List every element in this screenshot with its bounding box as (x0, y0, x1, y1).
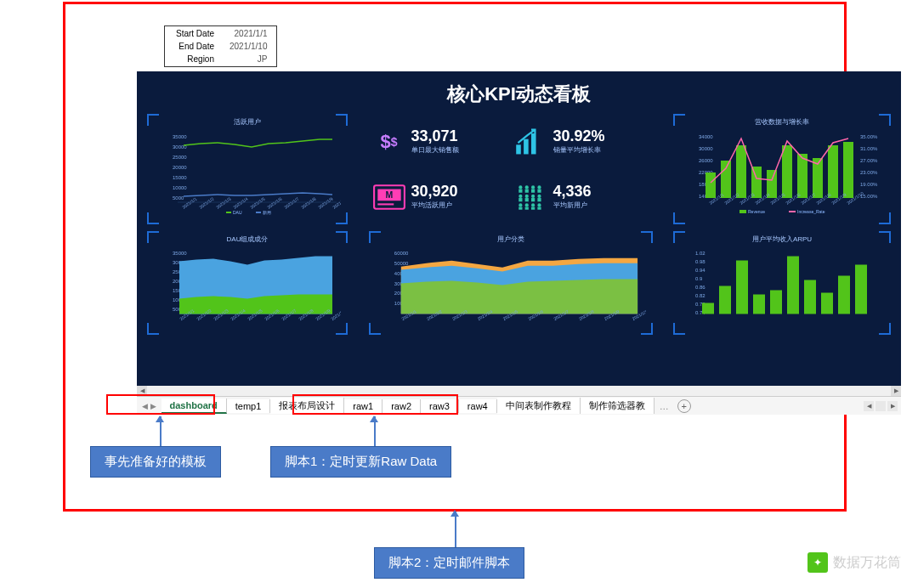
add-sheet-button[interactable]: + (677, 399, 691, 413)
svg-text:15000: 15000 (173, 175, 187, 180)
svg-point-40 (537, 203, 541, 206)
svg-text:2021/1/8: 2021/1/8 (300, 196, 317, 210)
tab-dashboard[interactable]: dashboard (162, 399, 227, 414)
watermark-text: 数据万花筒 (833, 554, 901, 572)
filter-value[interactable]: JP (223, 54, 275, 65)
svg-text:0.94: 0.94 (695, 268, 706, 273)
svg-rect-135 (787, 257, 799, 314)
svg-point-39 (531, 203, 535, 206)
kpi-growth-rate: 30.92%销量平均增长率 (511, 114, 653, 169)
panel-kpi: $$ 33,071单日最大销售额 30.92%销量平均增长率 M 30,920 (369, 114, 653, 224)
svg-text:31.00%: 31.00% (860, 146, 878, 151)
svg-rect-70 (782, 145, 792, 198)
svg-rect-42 (524, 189, 528, 192)
panel-title: 用户分类 (369, 231, 653, 244)
area-chart: 3500030000250002000015000100005000 2021/… (154, 245, 341, 328)
svg-rect-46 (524, 198, 528, 201)
filter-value[interactable]: 2021/1/1 (223, 28, 275, 39)
filter-label: Region (167, 54, 221, 65)
svg-rect-48 (537, 198, 541, 201)
svg-text:35000: 35000 (173, 134, 187, 139)
scroll-right-icon[interactable]: ▶ (891, 386, 901, 396)
scroll-right-icon[interactable]: ▶ (887, 401, 898, 411)
svg-text:2021/1/5: 2021/1/5 (249, 196, 266, 210)
svg-rect-45 (518, 198, 522, 201)
filter-label: End Date (167, 41, 221, 52)
svg-text:2021/1/6: 2021/1/6 (266, 196, 283, 210)
kpi-avg-dau: M 30,920平均活跃用户 (369, 169, 511, 224)
tab-tutorial2[interactable]: 制作筛选器教 (581, 398, 654, 414)
svg-point-30 (524, 185, 528, 189)
filter-table: Start Date2021/1/1 End Date2021/1/10 Reg… (164, 25, 277, 67)
svg-text:19.00%: 19.00% (860, 182, 878, 187)
svg-rect-85 (740, 210, 746, 213)
svg-rect-133 (753, 295, 765, 314)
panel-title: 营收数据与增长率 (673, 114, 891, 127)
scroll-left-icon[interactable]: ◀ (137, 386, 147, 396)
tab-raw3[interactable]: raw3 (421, 399, 459, 413)
svg-rect-73 (828, 145, 838, 198)
svg-text:0.82: 0.82 (695, 293, 706, 298)
svg-text:2021/1/2: 2021/1/2 (198, 196, 215, 210)
svg-rect-138 (838, 276, 850, 314)
svg-text:0.9: 0.9 (695, 276, 703, 281)
tab-raw4[interactable]: raw4 (459, 399, 497, 413)
svg-text:2021/1/4: 2021/1/4 (232, 196, 249, 210)
svg-point-34 (524, 194, 528, 197)
panel-active-users: 活跃用户 3500030000250002000015000100005000 … (147, 114, 348, 224)
svg-rect-67 (736, 145, 746, 198)
svg-point-32 (537, 185, 541, 189)
svg-text:2021/1/9: 2021/1/9 (317, 196, 334, 210)
tab-raw1[interactable]: raw1 (344, 399, 382, 413)
dollar-icon: $$ (372, 125, 406, 159)
svg-text:0.86: 0.86 (695, 285, 706, 290)
horizontal-scrollbar[interactable]: ◀ ▶ (137, 386, 901, 396)
arrow-up-icon (156, 416, 164, 422)
wechat-icon: ✦ (808, 552, 828, 573)
filter-value[interactable]: 2021/1/10 (223, 41, 275, 52)
panel-dau-comp: DAU组成成分 35000300002500020000150001000050… (147, 231, 348, 335)
svg-rect-74 (843, 142, 853, 198)
callout-template: 事先准备好的模板 (90, 446, 221, 478)
tab-layout[interactable]: 报表布局设计 (270, 398, 344, 414)
svg-text:50000: 50000 (394, 261, 408, 266)
svg-text:2021/1/3: 2021/1/3 (215, 196, 232, 210)
tab-overflow-icon[interactable]: … (654, 401, 674, 411)
scroll-left-icon[interactable]: ◀ (864, 401, 874, 411)
kpi-new-users: 4,336平均新用户 (511, 169, 653, 224)
svg-point-36 (537, 194, 541, 197)
card-m-icon: M (372, 180, 406, 214)
callout-line (455, 512, 456, 547)
line-chart: 3500030000250002000015000100005000 2021/… (154, 127, 341, 218)
panel-title: DAU组成成分 (147, 231, 348, 244)
svg-rect-52 (537, 206, 541, 209)
svg-rect-18 (226, 212, 231, 213)
people-icon (514, 180, 548, 214)
svg-text:35.00%: 35.00% (860, 134, 878, 139)
svg-text:27.00%: 27.00% (860, 158, 878, 163)
tab-tutorial1[interactable]: 中间表制作教程 (497, 398, 581, 414)
svg-rect-139 (855, 265, 867, 314)
filter-label: Start Date (167, 28, 221, 39)
svg-rect-22 (516, 144, 521, 154)
svg-text:34000: 34000 (699, 134, 713, 139)
tab-nav-icon[interactable]: ◀ ▶ (137, 402, 162, 410)
svg-text:26000: 26000 (699, 158, 713, 163)
panel-user-dist: 用户分类 600005000040000300002000010000 2021… (369, 231, 653, 335)
kpi-max-sales: $$ 33,071单日最大销售额 (369, 114, 511, 169)
svg-point-33 (518, 194, 522, 197)
svg-rect-131 (719, 286, 731, 314)
svg-rect-130 (702, 303, 714, 314)
svg-point-31 (531, 185, 535, 189)
svg-text:Increase_Rate: Increase_Rate (797, 209, 825, 214)
tab-raw2[interactable]: raw2 (382, 399, 421, 413)
area-chart: 600005000040000300002000010000 2021/1/12… (376, 245, 646, 328)
tab-temp1[interactable]: temp1 (227, 399, 271, 413)
callout-script1: 脚本1：定时更新Raw Data (270, 446, 451, 478)
svg-text:30000: 30000 (699, 146, 713, 151)
svg-rect-87 (789, 211, 796, 212)
panel-title: 活跃用户 (147, 114, 348, 127)
svg-point-35 (531, 194, 535, 197)
svg-rect-51 (531, 206, 535, 209)
svg-text:25000: 25000 (173, 155, 187, 160)
